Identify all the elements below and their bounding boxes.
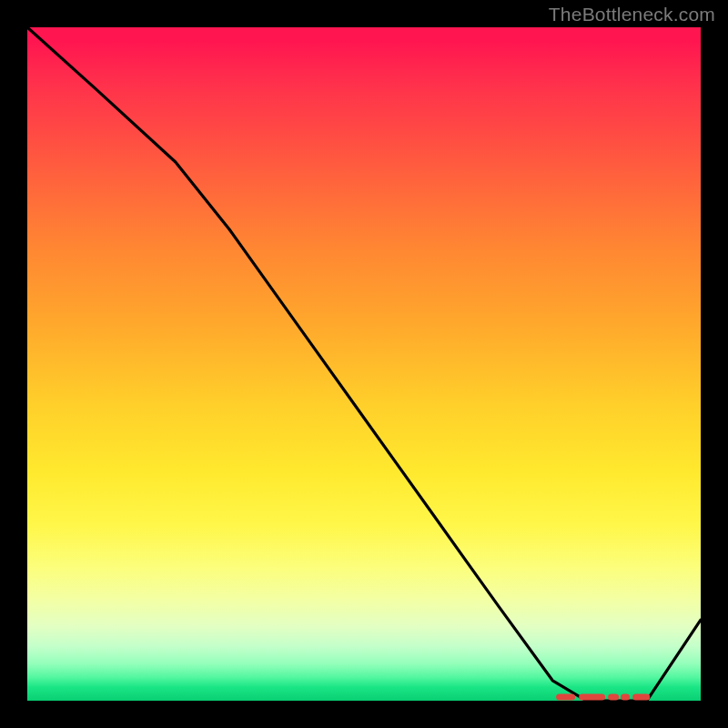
chart-overlay bbox=[27, 27, 701, 701]
chart-stage: TheBottleneck.com bbox=[0, 0, 728, 728]
plot-frame bbox=[27, 27, 701, 701]
bottleneck-curve bbox=[27, 27, 701, 701]
attribution-text: TheBottleneck.com bbox=[549, 4, 715, 25]
